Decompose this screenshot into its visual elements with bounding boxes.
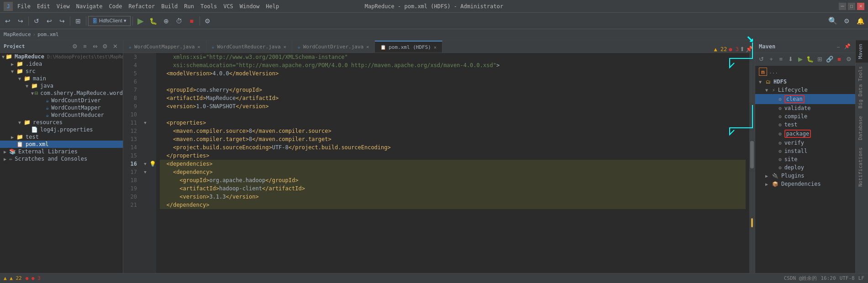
sidebar-expand-button[interactable]: ⇔: [91, 42, 99, 51]
menu-refactor[interactable]: Refactor: [126, 2, 158, 10]
maven-tree-package[interactable]: ⚙ package: [755, 129, 855, 139]
forward-button[interactable]: ↪: [15, 15, 26, 27]
menu-vcs[interactable]: VCS: [221, 2, 236, 10]
tree-item-driver[interactable]: ☕ WordCountDriver: [0, 97, 123, 104]
app-icon[interactable]: J: [4, 2, 13, 11]
folder-icon-test: 📁: [16, 134, 23, 140]
maven-stop-button[interactable]: ■: [835, 55, 843, 64]
maven-import-button[interactable]: ⬇: [786, 55, 795, 64]
close-button[interactable]: ✕: [857, 3, 864, 10]
maven-tree-verify[interactable]: ⚙ verify: [755, 139, 855, 147]
maven-pin-button[interactable]: 📌: [843, 42, 852, 51]
breadcrumb-pomxml[interactable]: pom.xml: [37, 31, 58, 37]
profile-button[interactable]: ⏱: [173, 15, 185, 27]
menu-window[interactable]: Window: [237, 2, 262, 10]
side-tab-bigdata[interactable]: Big Data Tools: [856, 63, 868, 112]
refresh-button[interactable]: ↺: [31, 15, 42, 27]
menu-tools[interactable]: Tools: [198, 2, 220, 10]
menu-code[interactable]: Code: [106, 2, 125, 10]
maven-reload-button[interactable]: ↺: [757, 55, 766, 64]
tree-item-test[interactable]: ▶ 📁 test: [0, 133, 123, 141]
pin-tab-button[interactable]: 📌: [746, 46, 753, 52]
maven-tree-dependencies[interactable]: ▶ 📦 Dependencies: [755, 180, 855, 188]
breadcrumb-mapreduce[interactable]: MapReduce: [4, 31, 31, 37]
maven-tree-compile[interactable]: ⚙ compile: [755, 112, 855, 121]
run-button[interactable]: ▶: [135, 15, 147, 27]
tree-item-scratches[interactable]: ▶ ✏ Scratches and Consoles: [0, 155, 123, 162]
sidebar-gear-button[interactable]: ⚙: [101, 42, 109, 51]
tree-item-reducer[interactable]: ☕ WordCountReducer: [0, 111, 123, 119]
menu-help[interactable]: Help: [263, 2, 282, 10]
menu-build[interactable]: Build: [158, 2, 180, 10]
sidebar-sort-button[interactable]: ≡: [81, 42, 89, 51]
expand-editor-button[interactable]: ⬆: [740, 46, 745, 52]
tree-item-pomxml[interactable]: 📋 pom.xml: [0, 141, 123, 148]
debug-button[interactable]: 🐛: [147, 15, 159, 27]
undo-button[interactable]: ↩: [43, 15, 55, 27]
maven-collapse-button[interactable]: –: [834, 42, 842, 51]
tree-item-mapreduce-root[interactable]: ▼ 📁 MapReduce D:\HadoopProjects\test\Map…: [0, 53, 123, 60]
sidebar-settings-button[interactable]: ⚙: [71, 42, 79, 51]
tab-close-pomxml[interactable]: ✕: [434, 45, 437, 50]
tab-close-reducer[interactable]: ✕: [284, 44, 286, 49]
tab-close-driver[interactable]: ✕: [366, 44, 369, 49]
maven-tree-install[interactable]: ⚙ install: [755, 147, 855, 155]
maven-collapse-all-button[interactable]: ≡: [777, 55, 785, 64]
bulb-16[interactable]: 💡: [149, 160, 156, 168]
notifications-button[interactable]: 🔔: [854, 15, 866, 27]
side-tab-maven[interactable]: Maven: [856, 40, 868, 63]
menu-navigate[interactable]: Navigate: [74, 2, 105, 10]
tab-close-mapper[interactable]: ✕: [197, 44, 200, 49]
side-tab-database[interactable]: Database: [856, 112, 868, 144]
maven-tree-plugins[interactable]: ▶ 🔌 Plugins: [755, 172, 855, 180]
bulb-2: [149, 61, 156, 69]
maven-tree-hdfs[interactable]: ▼ 🗂 HDFS: [755, 78, 855, 86]
maven-tree-clean[interactable]: ⚙ clean: [755, 94, 855, 104]
tree-item-src[interactable]: ▼ 📁 src: [0, 68, 123, 75]
tab-wordcountdriver[interactable]: ☕ WordCountDriver.java ✕: [292, 41, 375, 52]
menu-run[interactable]: Run: [181, 2, 197, 10]
maven-tree-lifecycle[interactable]: ▼ ⚡ Lifecycle: [755, 86, 855, 94]
minimize-button[interactable]: ─: [839, 3, 846, 10]
sidebar-hide-button[interactable]: ✕: [111, 42, 119, 51]
tree-item-main[interactable]: ▼ 📁 main: [0, 75, 123, 82]
tree-item-idea[interactable]: ▶ 📁 .idea: [0, 60, 123, 68]
search-button[interactable]: 🔍: [827, 15, 839, 27]
editor-scrollbar[interactable]: [749, 53, 755, 273]
plugins-icon: 🔌: [772, 173, 779, 179]
tree-item-java[interactable]: ▼ 📁 java: [0, 82, 123, 89]
maven-debug-button[interactable]: 🐛: [805, 55, 814, 64]
maven-run-button[interactable]: ▶: [796, 55, 805, 64]
compare-button[interactable]: ⊞: [72, 15, 84, 27]
hdfs-client-button[interactable]: 🗄 HdfsClient ▾: [88, 16, 131, 26]
maven-tree-test[interactable]: ⚙ test: [755, 121, 855, 129]
tree-item-log4j[interactable]: 📄 log4j.properties: [0, 126, 123, 133]
tree-item-resources[interactable]: ▼ 📁 resources: [0, 119, 123, 126]
redo-button[interactable]: ↪: [56, 15, 68, 27]
maven-settings-button[interactable]: ⚙: [845, 55, 853, 64]
gear-button[interactable]: ⚙: [841, 15, 852, 27]
maven-add-button[interactable]: +: [767, 55, 775, 64]
coverage-button[interactable]: ⊕: [160, 15, 172, 27]
tree-item-mapper[interactable]: ☕ WordCountMapper: [0, 104, 123, 111]
tree-item-ext-libs[interactable]: ▶ 📚 External Libraries: [0, 148, 123, 155]
back-button[interactable]: ↩: [2, 15, 14, 27]
maven-toggle-button[interactable]: ⊞: [815, 55, 824, 64]
tab-wordcountreducer[interactable]: ☕ WordCountReducer.java ✕: [206, 41, 292, 52]
menu-view[interactable]: View: [54, 2, 73, 10]
tab-pomxml[interactable]: 📋 pom.xml (HDFS) ✕: [375, 41, 442, 52]
maven-tree-validate[interactable]: ⚙ validate: [755, 104, 855, 112]
side-tab-notifications[interactable]: Notifications: [856, 144, 868, 190]
menu-file[interactable]: File: [15, 2, 33, 10]
menu-edit[interactable]: Edit: [34, 2, 53, 10]
maven-tree-deploy[interactable]: ⚙ deploy: [755, 163, 855, 172]
stop-button[interactable]: ■: [186, 15, 198, 27]
toolbar-right: 🔍 ⚙ 🔔: [827, 15, 866, 27]
maven-tree-site[interactable]: ⚙ site: [755, 155, 855, 163]
tree-item-package[interactable]: ▼ ⊟ com.sherry.MapReduce.wordcount: [0, 89, 123, 97]
settings-button[interactable]: ⚙: [202, 15, 214, 27]
tab-wordcountmapper[interactable]: ☕ WordCountMapper.java ✕: [123, 41, 206, 52]
code-area[interactable]: xmlns:xsi="http://www.w3.org/2001/XMLSch…: [156, 53, 749, 273]
maven-link-button[interactable]: 🔗: [825, 55, 834, 64]
maximize-button[interactable]: □: [848, 3, 855, 10]
